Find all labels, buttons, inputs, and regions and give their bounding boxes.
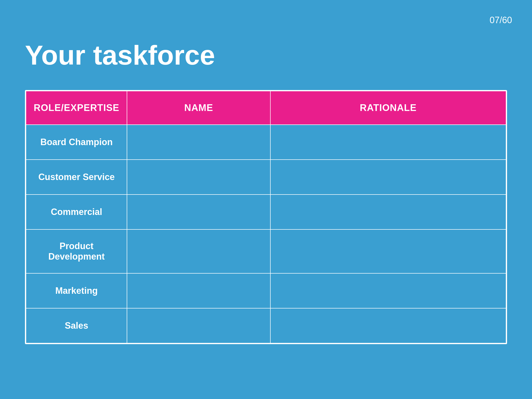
rationale-cell bbox=[270, 160, 506, 195]
header-name: NAME bbox=[127, 91, 270, 125]
header-rationale: RATIONALE bbox=[270, 91, 506, 125]
header-role: ROLE/EXPERTISE bbox=[26, 91, 127, 125]
table-row: Commercial bbox=[26, 195, 506, 229]
rationale-cell bbox=[270, 273, 506, 308]
role-cell: Product Development bbox=[26, 229, 127, 273]
role-cell: Sales bbox=[26, 308, 127, 343]
table-row: Board Champion bbox=[26, 125, 506, 160]
taskforce-table: ROLE/EXPERTISE NAME RATIONALE Board Cham… bbox=[25, 90, 507, 344]
rationale-cell bbox=[270, 195, 506, 229]
page-counter: 07/60 bbox=[490, 15, 512, 25]
table-row: Product Development bbox=[26, 229, 506, 273]
role-cell: Marketing bbox=[26, 273, 127, 308]
name-cell bbox=[127, 125, 270, 160]
page-title: Your taskforce bbox=[25, 40, 507, 70]
table-row: Sales bbox=[26, 308, 506, 343]
table-header-row: ROLE/EXPERTISE NAME RATIONALE bbox=[26, 91, 506, 125]
role-cell: Board Champion bbox=[26, 125, 127, 160]
rationale-cell bbox=[270, 125, 506, 160]
main-content: Your taskforce ROLE/EXPERTISE NAME RATIO… bbox=[25, 40, 507, 344]
rationale-cell bbox=[270, 229, 506, 273]
name-cell bbox=[127, 195, 270, 229]
name-cell bbox=[127, 273, 270, 308]
rationale-cell bbox=[270, 308, 506, 343]
table-row: Marketing bbox=[26, 273, 506, 308]
name-cell bbox=[127, 308, 270, 343]
name-cell bbox=[127, 229, 270, 273]
table-row: Customer Service bbox=[26, 160, 506, 195]
role-cell: Customer Service bbox=[26, 160, 127, 195]
name-cell bbox=[127, 160, 270, 195]
role-cell: Commercial bbox=[26, 195, 127, 229]
